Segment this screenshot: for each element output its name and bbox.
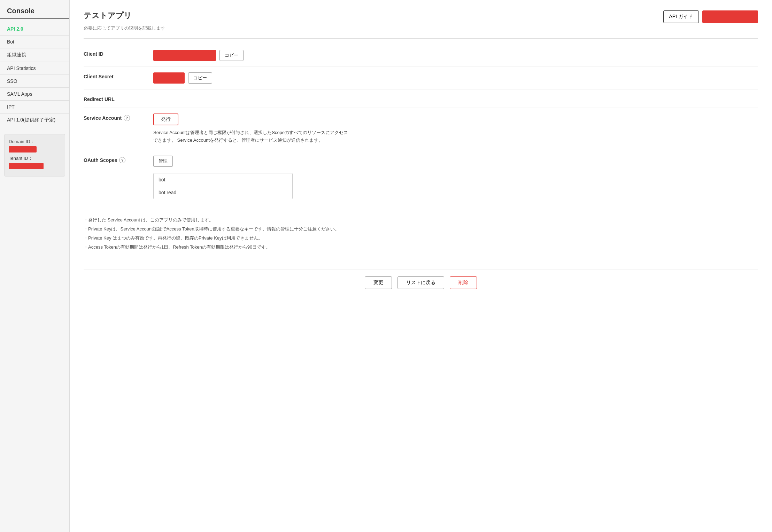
domain-id-value (9, 146, 37, 152)
api-guide-button[interactable]: API ガイド (663, 10, 699, 23)
divider-top (84, 38, 758, 39)
page-subtitle: 必要に応じてアプリの説明を記載します (84, 25, 758, 31)
client-secret-row: Client Secret コピー (84, 67, 758, 89)
sidebar-item-api1[interactable]: API 1.0(提供終了予定) (0, 114, 69, 127)
client-secret-value (153, 72, 185, 84)
page-header: テストアプリ API ガイド (84, 10, 758, 23)
oauth-scopes-label: OAuth Scopes ? (84, 156, 153, 163)
page-title: テストアプリ (84, 10, 132, 21)
top-action-button[interactable] (702, 10, 758, 23)
client-id-copy-button[interactable]: コピー (219, 50, 244, 61)
sidebar-title: Console (0, 7, 69, 19)
sidebar-info-panel: Domain ID： Tenant ID： (4, 134, 65, 177)
domain-id-label: Domain ID： (9, 139, 61, 145)
service-account-content: 発行 Service Accountは管理者と同じ権限が付与され、選択したSco… (153, 114, 758, 144)
service-account-row: Service Account ? 発行 Service Accountは管理者… (84, 108, 758, 150)
client-id-row: Client ID コピー (84, 44, 758, 67)
oauth-scopes-content: 管理 bot bot.read (153, 156, 758, 199)
sidebar-item-org[interactable]: 組織連携 (0, 48, 69, 62)
bottom-actions: 変更 リストに戻る 削除 (84, 269, 758, 289)
tenant-id-label: Tenant ID： (9, 155, 61, 162)
service-account-issue-button[interactable]: 発行 (153, 114, 178, 125)
service-account-label: Service Account ? (84, 114, 153, 121)
client-secret-content: コピー (153, 72, 758, 84)
sidebar-item-ipt[interactable]: IPT (0, 101, 69, 114)
note-2: ・Private Keyは、Service Account認証でAccess T… (84, 225, 758, 234)
redirect-url-row: Redirect URL (84, 89, 758, 108)
oauth-scopes-manage-button[interactable]: 管理 (153, 156, 173, 167)
client-id-value (153, 50, 216, 61)
client-secret-copy-button[interactable]: コピー (188, 72, 212, 84)
sidebar-item-api-stats[interactable]: API Statistics (0, 62, 69, 75)
change-button[interactable]: 変更 (365, 276, 392, 289)
sidebar: Console API 2.0 Bot 組織連携 API Statistics … (0, 0, 70, 532)
sidebar-item-bot[interactable]: Bot (0, 36, 69, 48)
note-3: ・Private Key は１つのみ有効です。再発行の際、既存のPrivate … (84, 234, 758, 243)
main-content: テストアプリ API ガイド 必要に応じてアプリの説明を記載します Client… (70, 0, 772, 532)
sidebar-item-saml[interactable]: SAML Apps (0, 88, 69, 101)
service-account-help-icon[interactable]: ? (124, 115, 130, 121)
sidebar-item-sso[interactable]: SSO (0, 75, 69, 88)
redirect-url-label: Redirect URL (84, 95, 153, 102)
scope-item-bot-read: bot.read (154, 186, 292, 199)
oauth-scopes-help-icon[interactable]: ? (119, 157, 125, 163)
oauth-scopes-row: OAuth Scopes ? 管理 bot bot.read (84, 150, 758, 205)
service-account-description: Service Accountは管理者と同じ権限が付与され、選択したScopeの… (153, 129, 348, 144)
client-secret-label: Client Secret (84, 72, 153, 79)
note-1: ・発行した Service Account は、このアプリのみで使用します。 (84, 216, 758, 225)
client-id-content: コピー (153, 50, 758, 61)
delete-button[interactable]: 削除 (450, 276, 477, 289)
client-id-label: Client ID (84, 50, 153, 57)
notes-section: ・発行した Service Account は、このアプリのみで使用します。 ・… (84, 216, 758, 259)
tenant-id-value (9, 163, 44, 169)
sidebar-item-api2[interactable]: API 2.0 (0, 23, 69, 36)
note-4: ・Access Tokenの有効期間は発行から1日、Refresh Tokenの… (84, 243, 758, 252)
scope-item-bot: bot (154, 173, 292, 186)
back-to-list-button[interactable]: リストに戻る (397, 276, 444, 289)
scope-list: bot bot.read (153, 173, 293, 199)
header-actions: API ガイド (663, 10, 758, 23)
